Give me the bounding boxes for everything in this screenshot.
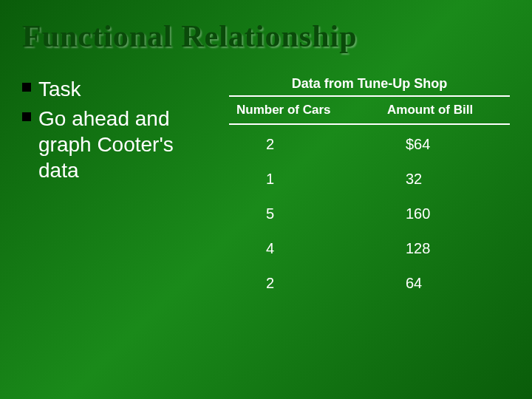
list-item: Task [22,76,214,102]
divider [229,95,510,97]
table-cell: 64 [383,275,510,292]
divider [229,123,510,125]
table-header-row: Number of Cars Amount of Bill [229,99,510,121]
table-cell: 128 [383,240,510,257]
table-cell: $64 [383,136,510,153]
table-cell: 160 [383,205,510,222]
slide-content: Task Go ahead and graph Cooter's data Da… [0,69,532,301]
bullet-text: Go ahead and graph Cooter's data [38,106,214,183]
table-row: 1 32 [229,162,510,197]
table-header-cell: Amount of Bill [383,103,510,117]
table-cell: 5 [229,205,383,222]
table-row: 4 128 [229,231,510,266]
table-cell: 2 [229,275,383,292]
square-bullet-icon [22,83,31,92]
table-cell: 2 [229,136,383,153]
list-item: Go ahead and graph Cooter's data [22,106,214,183]
table-row: 5 160 [229,197,510,231]
data-table: Data from Tune-Up Shop Number of Cars Am… [229,76,510,301]
bullet-list: Task Go ahead and graph Cooter's data [22,76,229,301]
bullet-text: Task [38,76,81,102]
table-header-cell: Number of Cars [229,103,383,117]
table-title: Data from Tune-Up Shop [229,76,510,92]
table-row: 2 64 [229,266,510,301]
table-cell: 4 [229,240,383,257]
table-row: 2 $64 [229,127,510,162]
table-cell: 32 [383,171,510,188]
table-cell: 1 [229,171,383,188]
square-bullet-icon [22,112,31,121]
slide-title: Functional Relationship [0,0,532,69]
